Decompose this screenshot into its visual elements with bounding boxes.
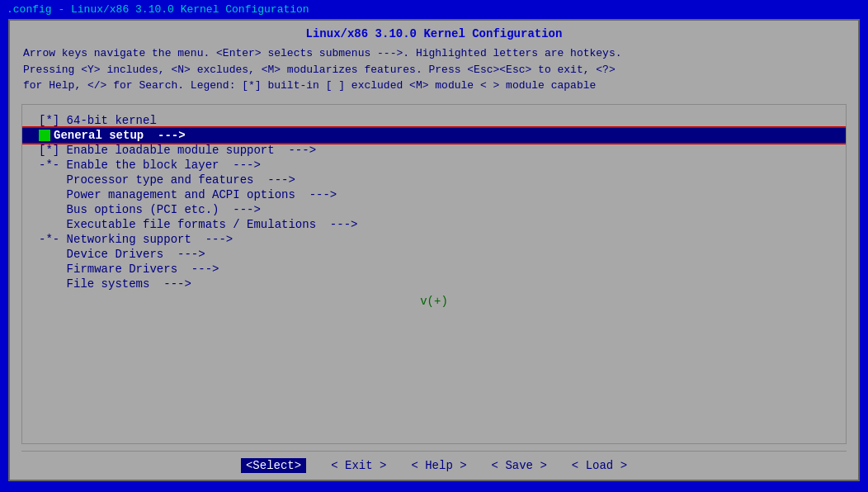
- header-title: Linux/x86 3.10.0 Kernel Configuration: [23, 27, 845, 40]
- header-line2: Pressing <Y> includes, <N> excludes, <M>…: [23, 62, 845, 78]
- menu-area: [*] 64-bit kernelGeneral setup --->[*] E…: [21, 104, 847, 445]
- load-button[interactable]: < Load >: [572, 459, 627, 472]
- menu-item[interactable]: Power management and ACPI options --->: [22, 187, 846, 202]
- header-line1: Arrow keys navigate the menu. <Enter> se…: [23, 45, 845, 62]
- title-bar-text: .config - Linux/x86 3.10.0 Kernel Config…: [7, 3, 309, 16]
- select-button[interactable]: <Select>: [241, 458, 306, 473]
- exit-button[interactable]: < Exit >: [331, 459, 386, 472]
- menu-item[interactable]: Bus options (PCI etc.) --->: [22, 202, 846, 217]
- menu-item[interactable]: General setup --->: [22, 128, 846, 143]
- header-desc: Arrow keys navigate the menu. <Enter> se…: [23, 45, 845, 94]
- menu-item[interactable]: [*] 64-bit kernel: [22, 113, 846, 128]
- menu-item[interactable]: [*] Enable loadable module support --->: [22, 143, 846, 158]
- header-line3: for Help, </> for Search. Legend: [*] bu…: [23, 78, 845, 94]
- menu-item-text: General setup --->: [54, 129, 186, 142]
- bottom-buttons: <Select> < Exit > < Help > < Save > < Lo…: [10, 452, 858, 480]
- selected-indicator: [39, 130, 50, 141]
- menu-item[interactable]: Device Drivers --->: [22, 247, 846, 262]
- menu-item[interactable]: -*- Enable the block layer --->: [22, 158, 846, 173]
- header-section: Linux/x86 3.10.0 Kernel Configuration Ar…: [10, 21, 858, 97]
- save-button[interactable]: < Save >: [492, 459, 547, 472]
- main-container: Linux/x86 3.10.0 Kernel Configuration Ar…: [8, 19, 860, 481]
- menu-item[interactable]: Executable file formats / Emulations ---…: [22, 217, 846, 232]
- menu-item[interactable]: Firmware Drivers --->: [22, 262, 846, 277]
- menu-item[interactable]: File systems --->: [22, 277, 846, 291]
- menu-item[interactable]: -*- Networking support --->: [22, 232, 846, 247]
- title-bar: .config - Linux/x86 3.10.0 Kernel Config…: [0, 0, 868, 19]
- footer-hint: v(+): [22, 291, 846, 311]
- menu-item[interactable]: Processor type and features --->: [22, 173, 846, 187]
- help-button[interactable]: < Help >: [411, 459, 466, 472]
